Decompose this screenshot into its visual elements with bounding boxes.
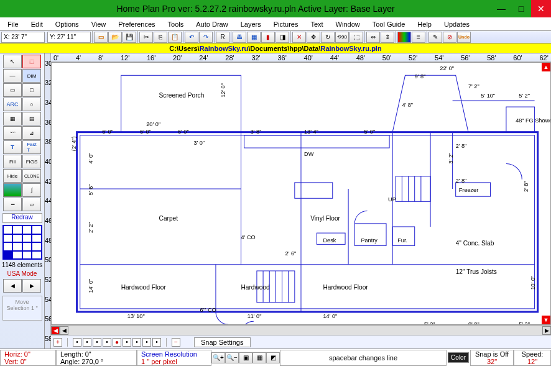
door-tool[interactable]: ⊿: [22, 126, 41, 140]
circle-tool[interactable]: ○: [22, 98, 41, 111]
menu-text[interactable]: Text: [307, 19, 326, 29]
menu-auto-draw[interactable]: Auto Draw: [192, 19, 231, 29]
menu-view[interactable]: View: [88, 19, 110, 29]
h-scrollbar[interactable]: ◀ ◀ ▶: [51, 325, 551, 335]
cfg-dot-8[interactable]: •: [142, 338, 151, 347]
brick-tool[interactable]: ▦: [3, 112, 22, 125]
svg-text:6'" CO: 6'" CO: [200, 307, 216, 313]
color-button[interactable]: Color: [448, 352, 469, 363]
cfg-minus-red[interactable]: −: [172, 338, 180, 347]
scroll-down-arrow[interactable]: ▼: [542, 316, 550, 324]
cfg-dot-2[interactable]: •: [83, 338, 91, 347]
select-tool[interactable]: ⬚: [22, 55, 41, 68]
svg-rect-26: [295, 183, 333, 198]
redraw-button[interactable]: Redraw: [2, 213, 42, 223]
cfg-dot-1[interactable]: •: [73, 338, 81, 347]
group-icon[interactable]: ⬚: [350, 32, 363, 43]
menu-options[interactable]: Options: [52, 19, 83, 29]
line-tool[interactable]: —: [3, 69, 22, 83]
cfg-dot-7[interactable]: •: [132, 338, 141, 347]
poly-tool[interactable]: ▱: [22, 198, 41, 211]
dim-tool[interactable]: DIM: [22, 69, 41, 83]
door-icon[interactable]: ◨: [276, 32, 289, 43]
redo-icon[interactable]: ↷: [199, 32, 213, 43]
scroll-left[interactable]: ◀: [51, 326, 60, 335]
text-tool[interactable]: T: [3, 140, 22, 154]
fliph-icon[interactable]: ⇔: [366, 32, 380, 43]
cfg-dot-4[interactable]: •: [103, 338, 111, 347]
recalc-icon[interactable]: R: [216, 32, 229, 43]
open-icon[interactable]: 📂: [108, 32, 122, 43]
cfg-plus-red[interactable]: +: [53, 338, 62, 347]
rgb-icon[interactable]: [397, 32, 411, 43]
copy-icon[interactable]: ⎘: [154, 32, 167, 43]
clone-tool[interactable]: CLONE: [22, 169, 41, 183]
sel-icon[interactable]: ◩: [266, 352, 280, 363]
menu-updates[interactable]: Updates: [440, 19, 473, 29]
svg-text:3' 2": 3' 2": [448, 153, 454, 164]
nudge-right[interactable]: ▶: [22, 279, 41, 293]
wall-tool[interactable]: ▭: [3, 83, 22, 97]
menu-edit[interactable]: Edit: [27, 19, 47, 29]
spline-tool[interactable]: ∫: [22, 183, 41, 197]
list-icon[interactable]: ≡: [412, 32, 425, 43]
drawing-canvas[interactable]: Screened Porch UP: [51, 62, 551, 325]
cut-icon[interactable]: ✂: [139, 32, 153, 43]
eraser-icon[interactable]: ✎: [428, 32, 442, 43]
pattern-tool[interactable]: ▤: [22, 112, 41, 125]
line2-tool[interactable]: ━: [3, 198, 22, 211]
xhair-icon[interactable]: ✕: [292, 32, 306, 43]
menu-pictures[interactable]: Pictures: [270, 19, 302, 29]
new-icon[interactable]: ▭: [94, 32, 108, 43]
cfg-dot-5[interactable]: ●: [113, 338, 121, 347]
paste-icon[interactable]: 📋: [168, 32, 182, 43]
svg-text:3' 0": 3' 0": [193, 140, 205, 146]
minimize-button[interactable]: —: [491, 0, 511, 17]
menu-window[interactable]: Window: [332, 19, 364, 29]
arrow-tool[interactable]: ↖: [3, 55, 22, 68]
svg-text:3' 8": 3' 8": [251, 129, 262, 135]
extent-icon[interactable]: ▦: [252, 352, 266, 363]
hide-tool[interactable]: Hide: [3, 169, 22, 183]
undo-last-icon[interactable]: Undo: [457, 32, 471, 43]
menu-file[interactable]: File: [4, 19, 22, 29]
figs-tool[interactable]: FIGS: [22, 155, 41, 168]
fill-tool[interactable]: Fill: [3, 155, 22, 168]
zoom-out-icon[interactable]: 🔍−: [225, 352, 239, 363]
hatch-preview[interactable]: [2, 225, 42, 260]
scroll-left2[interactable]: ◀: [60, 326, 68, 335]
undo-icon[interactable]: ↶: [185, 32, 198, 43]
grid-icon[interactable]: ▦: [247, 32, 261, 43]
fast-text-tool[interactable]: FastT: [22, 140, 41, 154]
menu-tools[interactable]: Tools: [164, 19, 188, 29]
close-button[interactable]: ✕: [531, 0, 551, 17]
snap-settings-button[interactable]: Snap Settings: [194, 337, 251, 347]
layers-icon[interactable]: ▮: [261, 32, 275, 43]
scroll-right[interactable]: ▶: [542, 326, 551, 335]
move-icon[interactable]: ✥: [307, 32, 320, 43]
rotate-icon[interactable]: ↻: [321, 32, 335, 43]
image-tool[interactable]: [3, 183, 22, 197]
cfg-dot-9[interactable]: •: [152, 338, 161, 347]
cancel-icon[interactable]: ⊘: [443, 32, 456, 43]
save-icon[interactable]: 💾: [123, 32, 136, 43]
arc-tool[interactable]: ARC: [3, 98, 22, 111]
menu-preferences[interactable]: Preferences: [114, 19, 159, 29]
flipv-icon[interactable]: ⇕: [381, 32, 394, 43]
menu-layers[interactable]: Layers: [237, 19, 265, 29]
nudge-left[interactable]: ◀: [3, 279, 22, 293]
svg-text:6' 0": 6' 0": [178, 129, 189, 135]
maximize-button[interactable]: □: [511, 0, 531, 17]
zoom-in-icon[interactable]: 🔍+: [211, 352, 225, 363]
svg-text:48" FG Shower: 48" FG Shower: [516, 117, 550, 124]
fit-icon[interactable]: ▣: [239, 352, 252, 363]
scroll-up-arrow[interactable]: ▲: [542, 63, 550, 71]
curve-tool[interactable]: 〰: [3, 126, 22, 140]
print-icon[interactable]: 🖶: [233, 32, 246, 43]
menu-tool-guide[interactable]: Tool Guide: [369, 19, 409, 29]
cfg-dot-3[interactable]: •: [93, 338, 101, 347]
menu-help[interactable]: Help: [414, 19, 435, 29]
rect-tool[interactable]: □: [22, 83, 41, 97]
cfg-dot-6[interactable]: •: [123, 338, 131, 347]
rotate90-icon[interactable]: ⟲90: [335, 32, 349, 43]
